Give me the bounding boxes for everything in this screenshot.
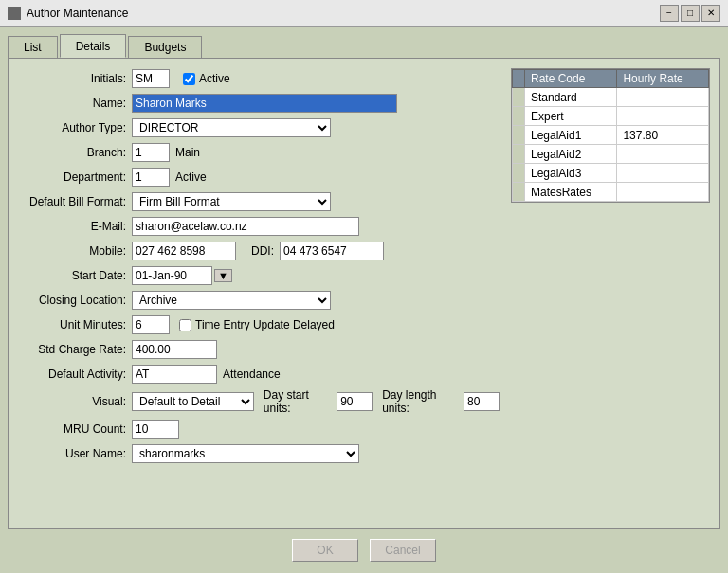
author-type-row: Author Type: DIRECTOR xyxy=(18,117,500,138)
default-activity-row: Default Activity: Attendance xyxy=(18,364,500,385)
branch-row: Branch: Main xyxy=(18,142,500,163)
department-row: Department: Active xyxy=(18,167,500,188)
std-charge-label: Std Charge Rate: xyxy=(18,343,132,356)
maximize-button[interactable]: □ xyxy=(681,5,700,22)
mru-count-input[interactable] xyxy=(132,420,179,439)
ddi-label: DDI: xyxy=(251,244,274,258)
hourly-rate-cell: 137.80 xyxy=(617,126,709,145)
bill-format-select[interactable]: Firm Bill Format xyxy=(132,192,331,211)
name-input[interactable] xyxy=(132,94,397,113)
hourly-rate-header: Hourly Rate xyxy=(617,70,709,88)
minimize-button[interactable]: − xyxy=(660,5,679,22)
day-start-input[interactable] xyxy=(337,392,373,411)
initials-label: Initials: xyxy=(18,72,132,85)
hourly-rate-cell xyxy=(617,164,709,183)
mru-count-row: MRU Count: xyxy=(18,419,500,439)
close-button[interactable]: ✕ xyxy=(701,5,720,22)
bill-format-label: Default Bill Format: xyxy=(18,195,132,208)
rate-table-wrapper: Rate Code Hourly Rate Standard Expert Le… xyxy=(511,68,710,203)
unit-minutes-label: Unit Minutes: xyxy=(18,318,132,331)
author-type-select[interactable]: DIRECTOR xyxy=(132,118,331,137)
mobile-input[interactable] xyxy=(132,242,236,260)
hourly-rate-cell xyxy=(617,88,709,107)
rate-code-cell: Expert xyxy=(525,107,617,126)
email-label: E-Mail: xyxy=(18,220,132,233)
visual-row: Visual: Default to Detail Day start unit… xyxy=(18,388,500,415)
title-bar: Author Maintenance − □ ✕ xyxy=(0,0,728,27)
rate-code-header: Rate Code xyxy=(525,70,617,88)
default-activity-text: Attendance xyxy=(223,367,281,381)
window-body: List Details Budgets Initials: Active Na… xyxy=(0,27,728,573)
rate-code-cell: Standard xyxy=(525,88,617,107)
tab-budgets[interactable]: Budgets xyxy=(128,36,202,58)
start-date-row: Start Date: ▼ xyxy=(18,265,500,286)
email-input[interactable] xyxy=(132,217,359,236)
start-date-label: Start Date: xyxy=(18,269,132,282)
mru-count-label: MRU Count: xyxy=(18,422,132,436)
branch-input[interactable] xyxy=(132,143,170,162)
ok-button[interactable]: OK xyxy=(292,539,358,562)
initials-input[interactable] xyxy=(132,69,170,88)
bill-format-row: Default Bill Format: Firm Bill Format xyxy=(18,191,500,212)
left-form: Initials: Active Name: Author Type: DIRE… xyxy=(18,68,500,519)
main-panel: Initials: Active Name: Author Type: DIRE… xyxy=(8,58,720,529)
rate-table-panel: Rate Code Hourly Rate Standard Expert Le… xyxy=(511,68,710,519)
tab-details[interactable]: Details xyxy=(60,34,127,58)
user-name-select[interactable]: sharonmarks xyxy=(132,444,359,463)
day-length-input[interactable] xyxy=(464,392,500,411)
ddi-input[interactable] xyxy=(280,242,384,260)
time-entry-label: Time Entry Update Delayed xyxy=(195,318,335,331)
branch-label: Branch: xyxy=(18,146,132,159)
rate-table-row[interactable]: LegalAid3 xyxy=(513,164,709,183)
bottom-buttons: OK Cancel xyxy=(8,529,720,565)
branch-text: Main xyxy=(175,146,200,159)
default-activity-label: Default Activity: xyxy=(18,367,132,381)
default-activity-input[interactable] xyxy=(132,365,217,384)
email-row: E-Mail: xyxy=(18,216,500,237)
day-length-label: Day length units: xyxy=(382,388,460,415)
visual-label: Visual: xyxy=(18,395,132,408)
rate-code-cell: MatesRates xyxy=(525,183,617,202)
rate-code-cell: LegalAid3 xyxy=(525,164,617,183)
start-date-dropdown[interactable]: ▼ xyxy=(214,269,232,282)
closing-location-row: Closing Location: Archive xyxy=(18,290,500,311)
author-type-label: Author Type: xyxy=(18,121,132,134)
app-icon xyxy=(8,7,21,20)
rate-table-row[interactable]: MatesRates xyxy=(513,183,709,202)
mobile-row: Mobile: DDI: xyxy=(18,241,500,261)
name-label: Name: xyxy=(18,97,132,110)
rate-code-cell: LegalAid2 xyxy=(525,145,617,164)
hourly-rate-cell xyxy=(617,183,709,202)
mobile-label: Mobile: xyxy=(18,244,132,258)
user-name-label: User Name: xyxy=(18,447,132,460)
std-charge-input[interactable] xyxy=(132,340,217,359)
closing-location-select[interactable]: Archive xyxy=(132,291,331,310)
unit-minutes-row: Unit Minutes: Time Entry Update Delayed xyxy=(18,314,500,335)
rate-table: Rate Code Hourly Rate Standard Expert Le… xyxy=(512,69,709,202)
rate-table-row[interactable]: LegalAid1 137.80 xyxy=(513,126,709,145)
active-label: Active xyxy=(199,72,230,85)
visual-select[interactable]: Default to Detail xyxy=(132,392,254,411)
std-charge-row: Std Charge Rate: xyxy=(18,339,500,360)
department-text: Active xyxy=(175,170,207,184)
closing-location-label: Closing Location: xyxy=(18,294,132,307)
start-date-input[interactable] xyxy=(132,266,212,285)
rate-table-row[interactable]: LegalAid2 xyxy=(513,145,709,164)
department-label: Department: xyxy=(18,170,132,184)
tab-list[interactable]: List xyxy=(8,36,58,58)
active-checkbox[interactable] xyxy=(183,73,195,85)
day-start-label: Day start units: xyxy=(264,388,333,415)
unit-minutes-input[interactable] xyxy=(132,315,170,334)
rate-table-row[interactable]: Standard xyxy=(513,88,709,107)
window-title: Author Maintenance xyxy=(27,7,128,20)
rate-table-row[interactable]: Expert xyxy=(513,107,709,126)
name-row: Name: xyxy=(18,93,500,114)
time-entry-checkbox[interactable] xyxy=(179,319,191,331)
initials-row: Initials: Active xyxy=(18,68,500,89)
tabs-row: List Details Budgets xyxy=(8,34,720,58)
cancel-button[interactable]: Cancel xyxy=(370,539,436,562)
rate-code-cell: LegalAid1 xyxy=(525,126,617,145)
hourly-rate-cell xyxy=(617,145,709,164)
department-input[interactable] xyxy=(132,168,170,187)
user-name-row: User Name: sharonmarks xyxy=(18,443,500,464)
